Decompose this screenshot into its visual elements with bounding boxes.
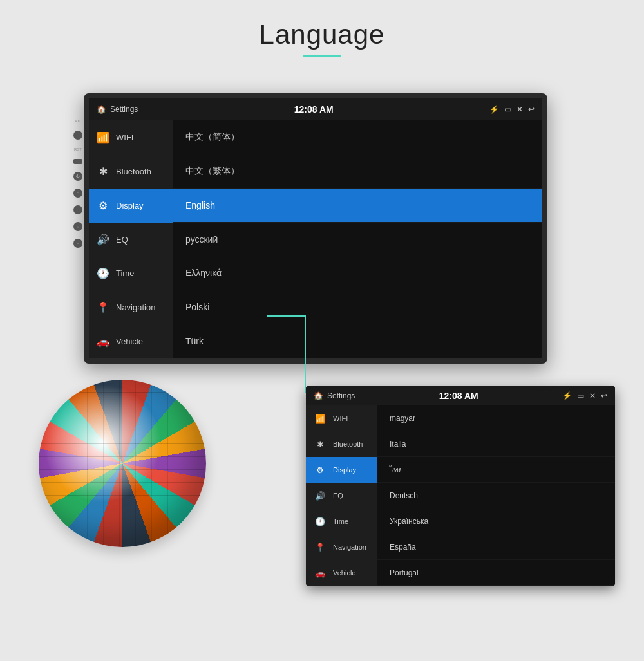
nav-label-bluetooth: Bluetooth	[116, 167, 151, 176]
main-radio-unit: 🏠 Settings 12:08 AM ⚡ ▭ ✕ ↩ 📶 WIFI ✱	[84, 93, 547, 364]
lang-item[interactable]: Polski	[173, 290, 542, 324]
title-underline	[303, 55, 341, 57]
second-screen: 🏠 Settings 12:08 AM ⚡ ▭ ✕ ↩ 📶 WIFI ✱ Blu…	[306, 386, 615, 586]
second-content-area: 📶 WIFI ✱ Bluetooth ⚙ Display 🔊 EQ 🕐 Time…	[306, 405, 615, 586]
lang-item-deutsch[interactable]: Deutsch	[377, 483, 615, 508]
rst-button[interactable]	[73, 159, 82, 164]
second-language-list: magyar Italia ไทย Deutsch Українська Esp…	[377, 405, 615, 586]
second-nav-item-display[interactable]: ⚙ Display	[306, 457, 377, 483]
lang-item-espana[interactable]: España	[377, 534, 615, 560]
second-nav-label-bluetooth: Bluetooth	[333, 440, 363, 448]
second-nav-item-navigation[interactable]: 📍 Navigation	[306, 534, 377, 560]
content-area: 📶 WIFI ✱ Bluetooth ⚙ Display 🔊 EQ 🕐	[89, 120, 542, 358]
close-icon: ✕	[516, 105, 523, 114]
lang-item[interactable]: Ελληνικά	[173, 256, 542, 290]
home-button[interactable]: ⌂	[73, 189, 82, 198]
side-buttons: MIC RST ⏻ ⌂ ← + -	[71, 119, 85, 248]
lang-item-magyar[interactable]: magyar	[377, 405, 615, 431]
page-title: Language	[0, 0, 644, 50]
second-status-left: 🏠 Settings	[314, 391, 355, 400]
nav-item-time[interactable]: 🕐 Time	[89, 256, 173, 290]
vol-down-button[interactable]: -	[73, 239, 82, 248]
second-nav-label-display: Display	[333, 466, 356, 474]
second-battery-icon: ▭	[577, 391, 584, 400]
lang-item[interactable]: 中文（繁体）	[173, 154, 542, 189]
second-nav-item-bluetooth[interactable]: ✱ Bluetooth	[306, 431, 377, 457]
nav-item-navigation[interactable]: 📍 Navigation	[89, 290, 173, 324]
second-nav-label-eq: EQ	[333, 492, 343, 499]
time-icon: 🕐	[97, 267, 109, 279]
second-close-icon: ✕	[589, 391, 596, 400]
second-nav-menu: 📶 WIFI ✱ Bluetooth ⚙ Display 🔊 EQ 🕐 Time…	[306, 405, 377, 586]
second-vehicle-icon: 🚗	[314, 568, 327, 578]
navigation-icon: 📍	[97, 301, 109, 313]
second-eq-icon: 🔊	[314, 491, 327, 501]
rst-label: RST	[74, 147, 82, 151]
second-settings-label: Settings	[327, 391, 355, 400]
language-list: 中文（简体） 中文（繁体） English русский Ελληνικά P…	[173, 120, 542, 358]
nav-label-display: Display	[116, 201, 144, 210]
mic-label: MIC	[75, 119, 82, 123]
second-home-icon: 🏠	[314, 391, 323, 400]
status-right: ⚡ ▭ ✕ ↩	[489, 105, 535, 114]
home-icon: 🏠	[97, 105, 106, 114]
vehicle-icon: 🚗	[97, 335, 109, 348]
status-time: 12:08 AM	[138, 104, 489, 115]
lang-item[interactable]: 中文（简体）	[173, 120, 542, 154]
lang-item[interactable]: Türk	[173, 324, 542, 358]
second-nav-label-wifi: WIFI	[333, 414, 348, 422]
second-nav-label-time: Time	[333, 517, 348, 525]
status-bar: 🏠 Settings 12:08 AM ⚡ ▭ ✕ ↩	[89, 98, 542, 120]
nav-item-vehicle[interactable]: 🚗 Vehicle	[89, 324, 173, 358]
settings-label: Settings	[110, 105, 138, 114]
second-nav-item-wifi[interactable]: 📶 WIFI	[306, 405, 377, 431]
globe	[39, 380, 206, 547]
second-nav-label-vehicle: Vehicle	[333, 569, 355, 577]
lang-item[interactable]: русский	[173, 223, 542, 257]
lang-item-ukrainian[interactable]: Українська	[377, 508, 615, 534]
wifi-icon: 📶	[97, 131, 109, 144]
second-nav-item-time[interactable]: 🕐 Time	[306, 508, 377, 534]
status-left: 🏠 Settings	[97, 105, 138, 114]
nav-item-eq[interactable]: 🔊 EQ	[89, 223, 173, 257]
second-status-right: ⚡ ▭ ✕ ↩	[562, 391, 607, 400]
nav-label-navigation: Navigation	[116, 303, 155, 312]
back-icon: ↩	[528, 105, 535, 114]
power-button[interactable]: ⏻	[73, 172, 82, 181]
lang-item-italia[interactable]: Italia	[377, 431, 615, 457]
arrow-connector	[267, 315, 306, 393]
eq-icon: 🔊	[97, 234, 109, 246]
nav-item-display[interactable]: ⚙ Display	[89, 189, 173, 223]
nav-item-wifi[interactable]: 📶 WIFI	[89, 120, 173, 154]
second-navigation-icon: 📍	[314, 543, 327, 552]
lang-item-english[interactable]: English	[173, 189, 542, 223]
second-wifi-icon: 📶	[314, 414, 327, 424]
second-status-bar: 🏠 Settings 12:08 AM ⚡ ▭ ✕ ↩	[306, 386, 615, 405]
usb-icon: ⚡	[489, 105, 499, 114]
nav-menu: 📶 WIFI ✱ Bluetooth ⚙ Display 🔊 EQ 🕐	[89, 120, 173, 358]
second-usb-icon: ⚡	[562, 391, 572, 400]
lang-item-thai[interactable]: ไทย	[377, 457, 615, 483]
battery-icon: ▭	[504, 105, 511, 114]
second-time-icon: 🕐	[314, 517, 327, 526]
nav-item-bluetooth[interactable]: ✱ Bluetooth	[89, 154, 173, 189]
second-nav-item-eq[interactable]: 🔊 EQ	[306, 483, 377, 508]
nav-label-time: Time	[116, 268, 134, 278]
second-status-time: 12:08 AM	[355, 391, 562, 401]
second-bluetooth-icon: ✱	[314, 440, 327, 449]
second-nav-item-vehicle[interactable]: 🚗 Vehicle	[306, 560, 377, 586]
nav-label-wifi: WIFI	[116, 133, 133, 142]
back-button[interactable]: ←	[73, 205, 82, 214]
nav-label-eq: EQ	[116, 235, 128, 245]
nav-label-vehicle: Vehicle	[116, 337, 143, 346]
globe-container	[39, 380, 219, 560]
display-icon: ⚙	[97, 200, 109, 212]
main-screen: 🏠 Settings 12:08 AM ⚡ ▭ ✕ ↩ 📶 WIFI ✱	[89, 98, 542, 358]
bluetooth-icon: ✱	[97, 165, 109, 178]
second-display-icon: ⚙	[314, 465, 327, 475]
second-back-icon: ↩	[601, 391, 607, 400]
second-nav-label-navigation: Navigation	[333, 543, 366, 551]
lang-item-portugal[interactable]: Portugal	[377, 560, 615, 586]
mic-button[interactable]	[73, 131, 82, 140]
vol-up-button[interactable]: +	[73, 222, 82, 231]
